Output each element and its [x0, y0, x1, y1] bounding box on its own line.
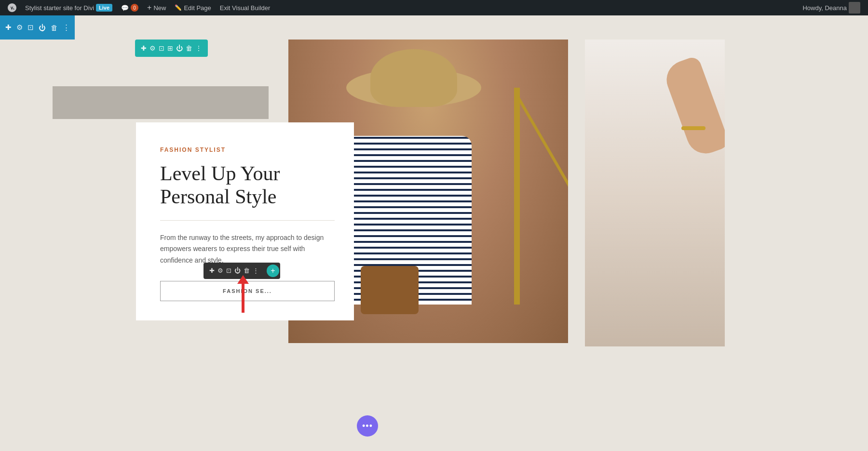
gray-placeholder-box [53, 86, 269, 119]
section-more-icon[interactable]: ⋮ [195, 44, 202, 52]
new-label: + [147, 3, 151, 12]
section-add-icon[interactable]: ✚ [141, 44, 147, 52]
section-settings-icon[interactable]: ⚙ [149, 44, 156, 52]
wp-logo-icon [8, 3, 16, 12]
module-add-icon[interactable]: ✚ [209, 267, 215, 274]
hat-crown-shape [370, 49, 457, 107]
section-power-icon[interactable]: ⏻ [176, 44, 183, 52]
red-arrow-indicator [237, 275, 249, 313]
comment-count: 0 [131, 4, 138, 12]
site-name-item[interactable]: Stylist starter site for Divi Live [21, 0, 116, 15]
divi-more-icon[interactable]: ⋮ [63, 23, 70, 32]
admin-bar-right: Howdy, Deanna [799, 0, 864, 15]
arm-silhouette [661, 55, 725, 159]
divi-trash-icon[interactable]: 🗑 [51, 24, 58, 32]
live-badge: Live [96, 4, 112, 12]
avatar [849, 2, 860, 13]
button-container: ✚ ⚙ ⊡ ⏻ 🗑 ⋮ + FASHION SE... [160, 281, 335, 301]
content-card: FASHION STYLIST Level Up Your Personal S… [136, 122, 354, 320]
divi-add-icon[interactable]: ✚ [5, 23, 12, 32]
edit-page-label: Edit Page [184, 4, 211, 12]
divi-power-icon[interactable]: ⏻ [39, 24, 46, 32]
section-trash-icon[interactable]: 🗑 [186, 44, 192, 52]
right-photo-background [585, 40, 725, 346]
new-text: New [153, 4, 166, 12]
card-body: From the runway to the streets, my appro… [160, 232, 335, 266]
howdy-item: Howdy, Deanna [799, 0, 864, 15]
admin-bar: Stylist starter site for Divi Live 💬 0 +… [0, 0, 868, 15]
module-layout-icon[interactable]: ⊡ [226, 267, 231, 274]
wp-logo-item[interactable] [4, 0, 20, 15]
divi-settings-icon[interactable]: ⚙ [16, 23, 23, 32]
card-divider [160, 220, 335, 221]
divi-layout-icon[interactable]: ⊡ [27, 23, 34, 32]
module-plus-circle[interactable]: + [267, 265, 279, 277]
module-power-icon[interactable]: ⏻ [234, 267, 241, 274]
arrow-shaft [242, 284, 244, 313]
arrow-head [237, 275, 249, 284]
rack-bar-shape [516, 95, 568, 201]
bracelet-shape [681, 126, 705, 130]
card-eyebrow: FASHION STYLIST [160, 146, 335, 153]
exit-builder-item[interactable]: Exit Visual Builder [216, 0, 274, 15]
module-trash-icon[interactable]: 🗑 [244, 267, 250, 274]
exit-builder-label: Exit Visual Builder [220, 4, 271, 12]
page-canvas: ✚ ⚙ ⊡ ⊞ ⏻ 🗑 ⋮ FASHION STYLIST Level Up Y… [0, 15, 868, 451]
rack-post-shape [514, 88, 520, 305]
bag-shape [361, 266, 419, 314]
admin-bar-left: Stylist starter site for Divi Live 💬 0 +… [4, 0, 797, 15]
divi-section-toolbar: ✚ ⚙ ⊡ ⏻ 🗑 ⋮ [0, 15, 75, 40]
comments-item[interactable]: 💬 0 [117, 0, 142, 15]
module-settings-icon[interactable]: ⚙ [217, 267, 223, 274]
module-more-icon[interactable]: ⋮ [253, 267, 259, 274]
edit-icon: ✏️ [175, 4, 182, 11]
new-item[interactable]: + New [143, 0, 170, 15]
right-side-photo [585, 40, 725, 346]
section-layout-icon[interactable]: ⊡ [159, 44, 164, 52]
edit-page-item[interactable]: ✏️ Edit Page [171, 0, 215, 15]
howdy-text: Howdy, Deanna [802, 4, 847, 12]
section-row-toolbar: ✚ ⚙ ⊡ ⊞ ⏻ 🗑 ⋮ [135, 40, 208, 57]
card-heading: Level Up Your Personal Style [160, 162, 335, 209]
three-dots-button[interactable]: ••• [357, 415, 378, 437]
site-name: Stylist starter site for Divi [25, 4, 94, 12]
section-columns-icon[interactable]: ⊞ [167, 44, 173, 52]
